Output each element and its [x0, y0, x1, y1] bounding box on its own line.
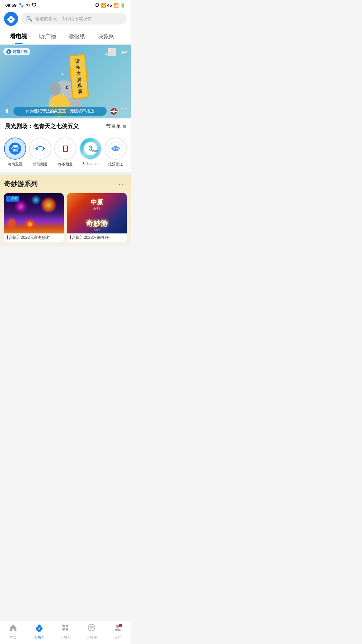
channel-label-city: 都市频道 [58, 162, 73, 167]
subtitle-text: 作为遵纪守法的象宝宝，无版权不播放 [26, 109, 94, 113]
channel-name-label: 河南卫视 [13, 49, 27, 54]
search-placeholder-text: 奋进的春天丨太行山下建设忙 [35, 16, 92, 22]
svg-point-14 [9, 143, 21, 155]
card-img-2: 中原 银行 奇妙游 2023 [67, 193, 127, 233]
app-header: 🔍 奋进的春天丨太行山下建设忙 [0, 9, 131, 29]
schedule-icon: ≡ [123, 123, 126, 129]
channel-item-ch3[interactable]: 3 channel 3 channel [79, 138, 102, 167]
card-1[interactable]: 🐾新闻 【合辑】2023元宵奇妙游 [4, 193, 64, 242]
section-header: 奇妙游系列 ··· [4, 179, 127, 189]
schedule-button[interactable]: 节目单 ≡ [106, 123, 126, 129]
svg-rect-21 [64, 146, 67, 151]
channel-item-city[interactable]: 都市频道 [54, 138, 77, 167]
channel-circle-ch3: 3 channel [79, 138, 102, 160]
video-container: 豫 河南卫视 ⬜ ↪ ✦ ✦ ✦ 请在 大屏观看 [0, 45, 131, 118]
channel-logo-fazhi: 法治 [105, 138, 126, 159]
status-icon-hand: ☜ [26, 3, 30, 8]
status-right: ⏱ 📶 46 📶 🔋 [95, 3, 125, 8]
svg-point-8 [50, 82, 61, 96]
card-2[interactable]: 中原 银行 奇妙游 2023 【合辑】2023河南春晚 [67, 193, 127, 242]
card1-badge: 🐾新闻 [6, 196, 19, 202]
section-divider [0, 172, 131, 175]
search-bar[interactable]: 🔍 奋进的春天丨太行山下建设忙 [21, 13, 127, 24]
section-title: 奇妙游系列 [4, 179, 38, 189]
tab-radio[interactable]: 听广播 [33, 29, 62, 44]
card-img-1: 🐾新闻 [4, 193, 64, 233]
channel-list: 河南 卫视 河南卫视 新闻频道 [0, 134, 131, 172]
svg-text:豫: 豫 [7, 51, 10, 53]
video-top-icons: ⬜ ↪ [108, 48, 127, 57]
channel-label-ch3: 3 channel [82, 162, 99, 166]
qimiao-section: 奇妙游系列 ··· 🐾新闻 【合辑】2023元宵奇妙游 [0, 175, 131, 247]
channel-item-fazhi[interactable]: 法治 法治频道 [104, 138, 127, 167]
status-icon-battery: 🔋 [120, 3, 125, 8]
mute-button[interactable]: 🔇 [110, 108, 117, 115]
svg-point-1 [7, 18, 10, 21]
channel-circle-news [29, 138, 51, 160]
subtitle-bar: 作为遵纪守法的象宝宝，无版权不播放 [13, 107, 107, 116]
tab-yxw[interactable]: 映象网 [92, 29, 121, 44]
status-icon-paw: 🐾 [18, 3, 24, 8]
channel-logo-city [55, 138, 76, 159]
channel-circle-fazhi: 法治 [105, 138, 127, 160]
cast-icon[interactable]: ⬜ [108, 48, 117, 57]
channel-label-news: 新闻频道 [33, 162, 48, 167]
svg-point-0 [9, 16, 13, 19]
svg-point-2 [12, 18, 15, 21]
status-icon-shield: 🛡 [32, 3, 36, 8]
cards-row: 🐾新闻 【合辑】2023元宵奇妙游 中原 银行 奇妙游 2023 【合辑】202… [4, 193, 127, 242]
status-signal: 46 [107, 3, 112, 8]
video-controls: ⏸ 作为遵纪守法的象宝宝，无版权不播放 🔇 ⛶ [0, 105, 131, 118]
tab-newspaper[interactable]: 读报纸 [62, 29, 92, 44]
schedule-label: 节目单 [106, 123, 121, 129]
sign-display: 请在 大屏观看 [68, 54, 89, 99]
status-icon-signal: 📶 [113, 3, 119, 8]
channel-circle-henan: 河南 卫视 [4, 138, 26, 160]
status-time: 09:59 [5, 3, 16, 8]
channel-logo-henan: 河南 卫视 [5, 138, 25, 159]
program-info: 晨光剧场：包青天之七侠五义 节目单 ≡ [0, 118, 131, 134]
svg-point-10 [67, 87, 68, 88]
status-icon-timer: ⏱ [95, 3, 99, 8]
share-icon[interactable]: ↪ [121, 48, 127, 57]
status-bar: 09:59 🐾 ☜ 🛡 ⏱ 📶 46 📶 🔋 [0, 0, 131, 9]
channel-label-fazhi: 法治频道 [108, 162, 123, 167]
search-icon: 🔍 [26, 16, 33, 22]
card2-title: 【合辑】2023河南春晚 [67, 233, 127, 242]
more-button[interactable]: ··· [119, 180, 127, 189]
tab-tv[interactable]: 看电视 [4, 29, 33, 44]
card1-title: 【合辑】2023元宵奇妙游 [4, 233, 64, 242]
app-logo[interactable] [4, 12, 18, 26]
channel-item-news[interactable]: 新闻频道 [29, 138, 52, 167]
svg-text:channel: channel [92, 150, 98, 152]
fullscreen-button[interactable]: ⛶ [121, 108, 127, 115]
status-icon-wifi: 📶 [101, 3, 106, 8]
sparkle-1: ✦ [104, 51, 108, 58]
channel-watermark: 豫 河南卫视 [3, 48, 30, 55]
sparkle-3: ✦ [60, 71, 64, 77]
program-title: 晨光剧场：包青天之七侠五义 [5, 122, 79, 130]
pause-button[interactable]: ⏸ [4, 108, 10, 115]
status-left: 09:59 🐾 ☜ 🛡 [5, 3, 36, 8]
close-button[interactable]: ✕ [80, 80, 84, 85]
svg-point-3 [9, 20, 13, 23]
channel-circle-city [54, 138, 76, 160]
video-area[interactable]: 豫 河南卫视 ⬜ ↪ ✦ ✦ ✦ 请在 大屏观看 [0, 45, 131, 118]
channel-item-henan[interactable]: 河南 卫视 河南卫视 [4, 138, 26, 167]
channel-logo-news [30, 138, 51, 159]
svg-text:卫视: 卫视 [12, 149, 18, 152]
channel-logo-ch3: 3 channel [80, 138, 101, 159]
svg-text:法治: 法治 [113, 147, 119, 151]
channel-label-henan: 河南卫视 [8, 162, 22, 167]
nav-tabs: 看电视 听广播 读报纸 映象网 [0, 29, 131, 45]
